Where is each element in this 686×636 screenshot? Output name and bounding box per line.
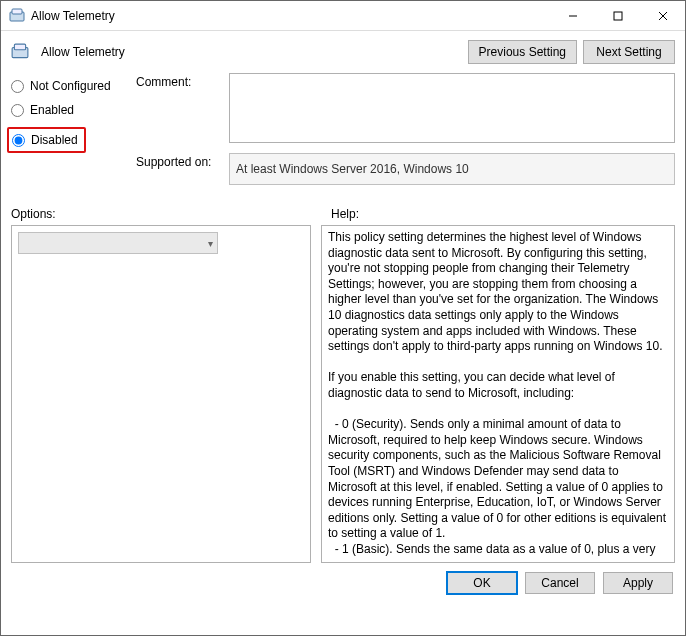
- next-setting-button[interactable]: Next Setting: [583, 40, 675, 64]
- comment-label: Comment:: [136, 73, 221, 143]
- supported-on-text: At least Windows Server 2016, Windows 10: [236, 162, 469, 176]
- minimize-button[interactable]: [550, 1, 595, 30]
- help-label: Help:: [331, 207, 359, 221]
- radio-disabled-label: Disabled: [31, 133, 78, 147]
- radio-not-configured[interactable]: Not Configured: [11, 79, 126, 93]
- options-dropdown[interactable]: ▾: [18, 232, 218, 254]
- radio-enabled[interactable]: Enabled: [11, 103, 126, 117]
- policy-title: Allow Telemetry: [41, 45, 462, 59]
- options-panel: ▾: [11, 225, 311, 563]
- state-radio-group: Not Configured Enabled Disabled: [11, 73, 126, 185]
- previous-setting-button[interactable]: Previous Setting: [468, 40, 577, 64]
- svg-rect-3: [614, 12, 622, 20]
- titlebar: Allow Telemetry: [1, 1, 685, 31]
- supported-on-field: At least Windows Server 2016, Windows 10: [229, 153, 675, 185]
- radio-enabled-input[interactable]: [11, 104, 24, 117]
- maximize-button[interactable]: [595, 1, 640, 30]
- radio-enabled-label: Enabled: [30, 103, 74, 117]
- chevron-down-icon: ▾: [208, 238, 213, 249]
- apply-button[interactable]: Apply: [603, 572, 673, 594]
- svg-rect-1: [12, 9, 22, 14]
- window-title: Allow Telemetry: [31, 9, 550, 23]
- help-panel[interactable]: This policy setting determines the highe…: [321, 225, 675, 563]
- radio-disabled-highlight: Disabled: [7, 127, 86, 153]
- radio-not-configured-label: Not Configured: [30, 79, 111, 93]
- ok-button[interactable]: OK: [447, 572, 517, 594]
- comment-field[interactable]: [229, 73, 675, 143]
- radio-not-configured-input[interactable]: [11, 80, 24, 93]
- radio-disabled[interactable]: Disabled: [12, 133, 78, 147]
- cancel-button[interactable]: Cancel: [525, 572, 595, 594]
- app-icon: [9, 8, 25, 24]
- policy-icon: [11, 43, 29, 61]
- close-button[interactable]: [640, 1, 685, 30]
- options-label: Options:: [11, 207, 331, 221]
- subheader: Allow Telemetry Previous Setting Next Se…: [1, 31, 685, 73]
- supported-label: Supported on:: [136, 153, 221, 185]
- svg-rect-7: [14, 44, 25, 50]
- footer: OK Cancel Apply: [1, 563, 685, 603]
- radio-disabled-input[interactable]: [12, 134, 25, 147]
